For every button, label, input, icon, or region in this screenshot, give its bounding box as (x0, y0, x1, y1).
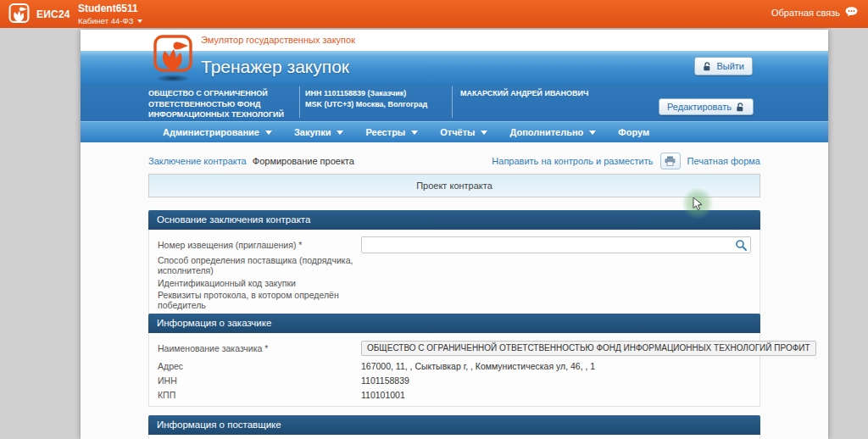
app-title: Тренажер закупок (201, 51, 349, 83)
nav-label: Форум (618, 127, 649, 137)
printer-icon (665, 156, 676, 166)
customer-name-input[interactable]: ОБЩЕСТВО С ОГРАНИЧЕННОЙ ОТВЕТСТВЕННОСТЬЮ… (361, 341, 816, 356)
content-area: Заключение контракта Формирование проект… (81, 142, 828, 439)
section-customer-info: Информация о заказчике Наименование зака… (148, 314, 760, 407)
eis-logo-icon (8, 3, 30, 25)
cabinet-label: Кабинет 44-ФЗ (78, 16, 133, 25)
org-info-bar: ОБЩЕСТВО С ОГРАНИЧЕННОЙ ОТВЕТСТВЕННОСТЬЮ… (81, 83, 828, 121)
main-panel: Эмулятор государственных закупок Тренаже… (81, 30, 828, 439)
user-menu[interactable]: Student6511 Кабинет 44-ФЗ (78, 3, 142, 25)
top-bar: ЕИС24 Student6511 Кабинет 44-ФЗ Обратная… (0, 0, 868, 28)
chevron-down-icon (337, 131, 343, 135)
notice-number-field (361, 236, 751, 253)
nav-item-registries[interactable]: Реестры (365, 127, 418, 137)
logout-button[interactable]: Выйти (694, 57, 753, 75)
breadcrumb: Заключение контракта Формирование проект… (148, 156, 354, 166)
logout-label: Выйти (716, 61, 744, 71)
nav-label: Администрирование (163, 127, 259, 137)
section-title: Информация о поставщике (148, 415, 760, 435)
field-label: Номер извещения (приглашения) * (158, 240, 361, 250)
section-supplier-info: Информация о поставщике (148, 415, 760, 439)
chevron-down-icon (265, 131, 272, 135)
print-button[interactable] (660, 153, 681, 169)
field-row: ИНН 1101158839 (158, 373, 751, 387)
section-title: Основание заключения контракта (148, 210, 760, 230)
nav-item-reports[interactable]: Отчёты (440, 127, 487, 137)
field-label: Наименование заказчика * (158, 343, 361, 353)
submit-control-link[interactable]: Направить на контроль и разместить (492, 156, 653, 166)
field-row: Способ определения поставщика (подрядчик… (158, 255, 751, 275)
nav-label: Реестры (365, 127, 405, 137)
chevron-down-icon (411, 131, 418, 135)
nav-label: Отчёты (440, 127, 475, 137)
edit-label: Редактировать (667, 102, 732, 112)
org-details: ИНН 1101158839 (Заказчик) MSK (UTC+3) Мо… (305, 88, 448, 109)
field-label: КПП (158, 390, 361, 400)
username-label: Student6511 (78, 3, 142, 14)
nav-item-forum[interactable]: Форум (618, 127, 649, 137)
brand-home-link[interactable]: ЕИС24 (8, 3, 70, 25)
feedback-link[interactable]: Обратная связь (771, 7, 858, 19)
field-value: 110101001 (361, 390, 751, 400)
logo-shadow (155, 75, 191, 82)
unlock-icon (736, 103, 745, 112)
notice-number-input[interactable] (361, 236, 751, 253)
field-label: Реквизиты протокола, в котором определён… (158, 290, 361, 310)
print-form-link[interactable]: Печатная форма (687, 156, 760, 166)
brand-name: ЕИС24 (36, 8, 70, 20)
field-value: 1101158839 (361, 375, 751, 386)
field-row: Реквизиты протокола, в котором определён… (158, 290, 751, 310)
chevron-down-icon (589, 131, 596, 135)
nav-item-purchases[interactable]: Закупки (294, 127, 344, 137)
unlock-icon (703, 62, 712, 71)
divider (452, 86, 453, 118)
org-inn: ИНН 1101158839 (Заказчик) (305, 88, 448, 99)
main-nav: Администрирование Закупки Реестры Отчёты… (81, 121, 828, 142)
field-label: Идентификационный код закупки (158, 278, 361, 288)
chevron-down-icon (481, 131, 487, 135)
emulator-title: Эмулятор государственных закупок (201, 35, 355, 45)
field-value: 167000, 11, , Сыктывкар г, , Коммунистич… (361, 361, 751, 371)
field-label: Адрес (158, 361, 361, 371)
field-row: Адрес 167000, 11, , Сыктывкар г, , Комму… (158, 358, 751, 373)
application-window: ЕИС24 Student6511 Кабинет 44-ФЗ Обратная… (0, 0, 868, 439)
divider (299, 86, 300, 118)
chat-bubble-icon (845, 7, 858, 19)
breadcrumb-current: Формирование проекта (253, 156, 354, 166)
field-label: Способ определения поставщика (подрядчик… (158, 255, 361, 275)
nav-item-administration[interactable]: Администрирование (163, 127, 272, 137)
section-contract-basis: Основание заключения контракта Номер изв… (148, 210, 760, 315)
chevron-down-icon (137, 19, 142, 23)
field-row: Идентификационный код закупки (158, 275, 751, 290)
nav-item-additional[interactable]: Дополнительно (509, 127, 596, 137)
nav-label: Дополнительно (509, 127, 583, 137)
tab-project-contract[interactable]: Проект контракта (148, 174, 760, 197)
field-row: КПП 110101001 (158, 387, 751, 402)
section-title: Информация о заказчике (148, 314, 760, 333)
search-icon[interactable] (735, 239, 747, 251)
breadcrumb-link-contract[interactable]: Заключение контракта (148, 156, 247, 166)
app-logo-icon (153, 35, 193, 75)
edit-button[interactable]: Редактировать (659, 98, 754, 115)
tab-label: Проект контракта (416, 181, 492, 191)
feedback-label: Обратная связь (771, 8, 840, 18)
person-name: МАКАРСКИЙ АНДРЕЙ ИВАНОВИЧ (460, 88, 681, 99)
page-actions: Направить на контроль и разместить Печат… (492, 153, 760, 169)
org-timezone: MSK (UTC+3) Москва, Волгоград (305, 99, 448, 110)
nav-label: Закупки (294, 127, 331, 137)
field-row: Номер извещения (приглашения) * (158, 235, 751, 255)
field-row: Наименование заказчика * ОБЩЕСТВО С ОГРА… (158, 338, 751, 358)
field-label: ИНН (158, 375, 361, 386)
